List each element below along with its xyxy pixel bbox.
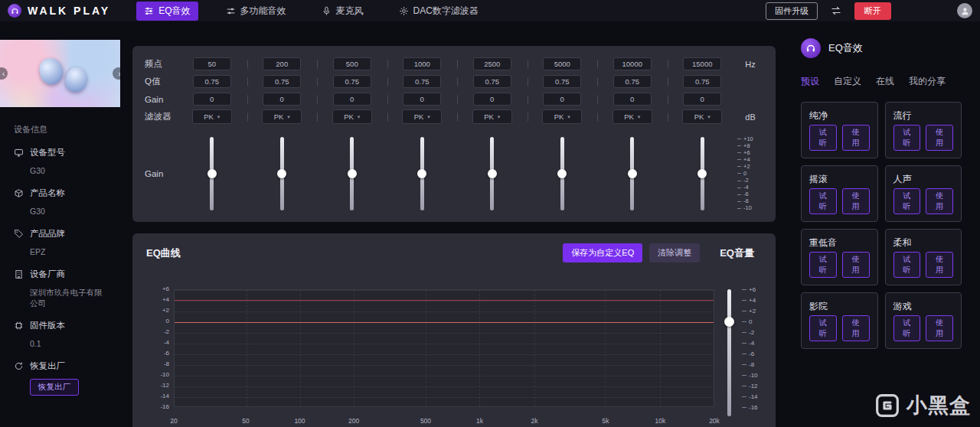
gain-input[interactable] bbox=[473, 93, 511, 106]
band-gain-slider[interactable] bbox=[210, 137, 214, 210]
band-gain-slider[interactable] bbox=[420, 137, 424, 210]
preset-use-button[interactable]: 使用 bbox=[926, 188, 953, 214]
watermark-text: 小黑盒 bbox=[906, 392, 971, 419]
preset-audition-button[interactable]: 试听 bbox=[809, 188, 837, 214]
gain-input[interactable] bbox=[403, 93, 441, 106]
preset-audition-button[interactable]: 试听 bbox=[893, 125, 921, 151]
preset-use-button[interactable]: 使用 bbox=[926, 252, 953, 278]
preset-name: 柔和 bbox=[893, 236, 954, 249]
filter-type-value: PK bbox=[344, 112, 354, 121]
preset-audition-button[interactable]: 试听 bbox=[893, 315, 921, 341]
connection-swap-icon[interactable] bbox=[830, 5, 842, 17]
nav-tab-multi-effects[interactable]: 多功能音效 bbox=[218, 2, 294, 21]
brand-value: EPZ bbox=[30, 246, 106, 257]
preset-use-button[interactable]: 使用 bbox=[842, 315, 870, 341]
eq-volume-label: EQ音量 bbox=[720, 246, 754, 260]
slider-thumb[interactable] bbox=[488, 169, 497, 178]
q-input[interactable] bbox=[263, 75, 301, 88]
gain-input[interactable] bbox=[263, 93, 301, 106]
freq-input[interactable] bbox=[193, 57, 231, 70]
gain-input[interactable] bbox=[333, 93, 371, 106]
filter-type-select[interactable]: PK▾ bbox=[682, 109, 722, 124]
avatar[interactable] bbox=[957, 3, 972, 18]
preset-use-button[interactable]: 使用 bbox=[842, 188, 870, 214]
filter-type-select[interactable]: PK▾ bbox=[612, 109, 652, 124]
filter-type-select[interactable]: PK▾ bbox=[542, 109, 582, 124]
freq-input[interactable] bbox=[473, 57, 511, 70]
q-input[interactable] bbox=[683, 75, 721, 88]
eq-curve-plot[interactable] bbox=[174, 289, 714, 407]
filter-type-select[interactable]: PK▾ bbox=[402, 109, 442, 124]
tab-my-shares[interactable]: 我的分享 bbox=[909, 75, 946, 91]
slider-thumb[interactable] bbox=[207, 169, 217, 178]
disconnect-button[interactable]: 断开 bbox=[854, 2, 891, 20]
slider-thumb[interactable] bbox=[348, 169, 357, 178]
earbud-right bbox=[64, 65, 90, 94]
tab-presets[interactable]: 预设 bbox=[801, 75, 819, 91]
eq-curve-line bbox=[175, 322, 714, 323]
preset-audition-button[interactable]: 试听 bbox=[809, 252, 837, 278]
carousel-prev-button[interactable]: ‹ bbox=[0, 67, 8, 80]
firmware-version-label: 固件版本 bbox=[30, 320, 65, 331]
band-gain-slider[interactable] bbox=[350, 137, 354, 210]
firmware-upgrade-button[interactable]: 固件升级 bbox=[766, 2, 818, 20]
q-input[interactable] bbox=[543, 75, 581, 88]
slider-thumb[interactable] bbox=[417, 169, 426, 178]
band-gain-slider[interactable] bbox=[490, 137, 494, 210]
preset-audition-button[interactable]: 试听 bbox=[893, 188, 921, 214]
q-input[interactable] bbox=[613, 75, 652, 88]
preset-use-button[interactable]: 使用 bbox=[842, 252, 870, 278]
chip-icon bbox=[14, 321, 24, 331]
freq-input[interactable] bbox=[333, 57, 371, 70]
chevron-down-icon: ▾ bbox=[358, 114, 361, 120]
nav-tab-microphone[interactable]: 麦克风 bbox=[314, 2, 371, 21]
preset-audition-button[interactable]: 试听 bbox=[809, 125, 837, 151]
band-gain-slider[interactable] bbox=[280, 137, 284, 210]
eq-volume-slider[interactable] bbox=[727, 289, 731, 416]
tag-icon bbox=[14, 229, 24, 239]
tab-custom[interactable]: 自定义 bbox=[834, 75, 861, 91]
preset-use-button[interactable]: 使用 bbox=[926, 125, 953, 151]
filter-type-select[interactable]: PK▾ bbox=[472, 109, 512, 124]
carousel-next-button[interactable]: › bbox=[113, 67, 120, 80]
preset-audition-button[interactable]: 试听 bbox=[893, 252, 921, 278]
slider-thumb[interactable] bbox=[697, 169, 707, 178]
band-gain-slider[interactable] bbox=[630, 137, 634, 210]
tab-online[interactable]: 在线 bbox=[876, 75, 894, 91]
nav-tab-eq[interactable]: EQ音效 bbox=[136, 2, 198, 21]
freq-input[interactable] bbox=[403, 57, 441, 70]
preset-audition-button[interactable]: 试听 bbox=[809, 315, 837, 341]
gain-input[interactable] bbox=[613, 93, 652, 106]
q-input[interactable] bbox=[473, 75, 511, 88]
hz-unit-label: Hz bbox=[737, 60, 763, 69]
slider-thumb[interactable] bbox=[277, 169, 286, 178]
gain-sliders: Gain +10 +8 +6 +4 +2 0 -2 -4 -6 -8 -10 bbox=[145, 135, 763, 213]
filter-type-select[interactable]: PK▾ bbox=[192, 109, 232, 124]
slider-thumb[interactable] bbox=[628, 169, 637, 178]
gain-sliders-label: Gain bbox=[145, 169, 177, 178]
band-gain-slider[interactable] bbox=[560, 137, 564, 210]
slider-thumb[interactable] bbox=[557, 169, 567, 178]
filter-type-select[interactable]: PK▾ bbox=[262, 109, 302, 124]
factory-reset-button[interactable]: 恢复出厂 bbox=[30, 379, 79, 396]
freq-input[interactable] bbox=[683, 57, 721, 70]
nav-tab-dac-filter[interactable]: DAC数字滤波器 bbox=[391, 2, 486, 21]
q-input[interactable] bbox=[403, 75, 441, 88]
gain-input[interactable] bbox=[543, 93, 581, 106]
band-gain-slider[interactable] bbox=[701, 137, 704, 210]
clear-adjust-button[interactable]: 清除调整 bbox=[649, 243, 700, 262]
freq-input[interactable] bbox=[263, 57, 301, 70]
slider-thumb[interactable] bbox=[724, 317, 734, 327]
filter-type-select[interactable]: PK▾ bbox=[332, 109, 372, 124]
gain-input[interactable] bbox=[683, 93, 721, 106]
preset-card: 摇滚 试听 使用 bbox=[801, 165, 878, 222]
q-input[interactable] bbox=[193, 75, 231, 88]
freq-input[interactable] bbox=[613, 57, 652, 70]
preset-use-button[interactable]: 使用 bbox=[842, 125, 870, 151]
q-input[interactable] bbox=[333, 75, 371, 88]
curve-title: EQ曲线 bbox=[146, 246, 181, 260]
freq-input[interactable] bbox=[543, 57, 581, 70]
gain-input[interactable] bbox=[193, 93, 231, 106]
preset-use-button[interactable]: 使用 bbox=[926, 315, 953, 341]
save-custom-eq-button[interactable]: 保存为自定义EQ bbox=[563, 243, 642, 262]
